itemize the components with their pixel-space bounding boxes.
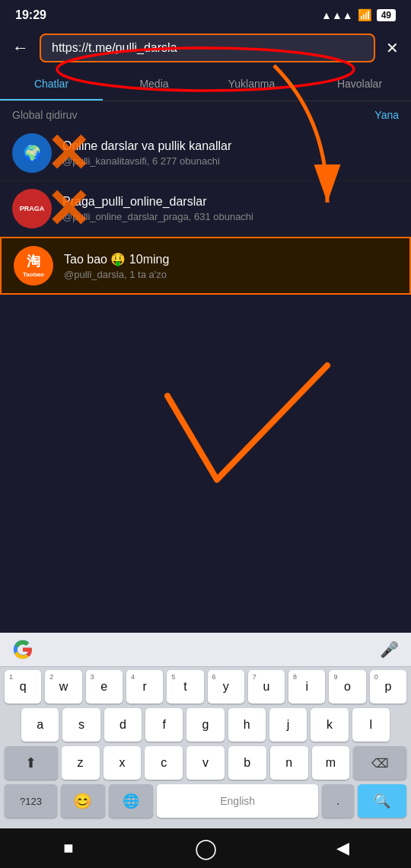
key-l[interactable]: l <box>352 708 390 742</box>
key-s[interactable]: s <box>62 708 100 742</box>
yana-button[interactable]: Yana <box>374 109 399 121</box>
result-name: Tao bao 🤑 10ming <box>64 252 397 266</box>
google-icon <box>12 639 33 660</box>
mic-icon[interactable]: 🎤 <box>380 640 399 659</box>
key-g[interactable]: g <box>186 708 224 742</box>
avatar: PRAGA <box>12 189 52 228</box>
spacebar-key[interactable]: English <box>157 784 318 818</box>
key-a[interactable]: a <box>21 708 59 742</box>
tabs-bar: Chatlar Media Yuklanma… Havolalar <box>0 69 411 101</box>
result-name: Online darslar va pullik kanallar <box>62 139 399 153</box>
period-key[interactable]: . <box>322 784 354 818</box>
avatar: 淘 Taobao <box>14 246 53 286</box>
nav-square[interactable]: ■ <box>52 831 85 865</box>
key-c[interactable]: c <box>145 746 183 780</box>
key-w[interactable]: 2w <box>45 670 81 704</box>
keyboard-toolbar: 🎤 <box>0 633 411 667</box>
symbols-key[interactable]: ?123 <box>5 784 57 818</box>
search-bar: ← https://t.me/pulli_darsla ✕ <box>0 27 411 69</box>
signal-icon: ▲▲▲ <box>321 9 353 21</box>
result-info: Online darslar va pullik kanallar @pulli… <box>62 139 399 167</box>
result-info: Praga_pulli_online_darslar @pulli_online… <box>62 195 399 222</box>
result-sub: @pulli_darsla, 1 ta a'zo <box>64 269 397 280</box>
key-x[interactable]: x <box>104 746 142 780</box>
key-r[interactable]: 4r <box>126 670 163 704</box>
empty-space <box>0 295 411 447</box>
close-button[interactable]: ✕ <box>383 36 402 60</box>
key-b[interactable]: b <box>228 746 266 780</box>
key-n[interactable]: n <box>270 746 308 780</box>
result-sub: @pulli_online_darslar_praga, 631 obunach… <box>62 211 399 222</box>
status-time: 19:29 <box>15 8 46 22</box>
emoji-key[interactable]: 😊 <box>61 784 105 818</box>
result-sub: @pulli_kanalitavsifi, 6 277 obunachi <box>62 155 399 167</box>
keyboard: 🎤 1q 2w 3e 4r 5t 6y 7u 8i 9o 0p a s d f … <box>0 633 411 828</box>
key-u[interactable]: 7u <box>248 670 285 704</box>
key-y[interactable]: 6y <box>208 670 244 704</box>
result-info: Tao bao 🤑 10ming @pulli_darsla, 1 ta a'z… <box>64 252 397 280</box>
nav-circle[interactable]: ◯ <box>189 831 222 865</box>
key-i[interactable]: 8i <box>288 670 325 704</box>
keyboard-rows: 1q 2w 3e 4r 5t 6y 7u 8i 9o 0p a s d f g … <box>0 667 411 828</box>
shift-key[interactable]: ⬆ <box>5 746 58 780</box>
search-url: https://t.me/pulli_darsla <box>52 41 177 54</box>
list-item[interactable]: PRAGA Praga_pulli_online_darslar @pulli_… <box>0 181 411 237</box>
key-o[interactable]: 9o <box>329 670 365 704</box>
key-row-1: 1q 2w 3e 4r 5t 6y 7u 8i 9o 0p <box>5 670 406 704</box>
back-button[interactable]: ← <box>9 35 32 61</box>
key-v[interactable]: v <box>186 746 225 780</box>
key-m[interactable]: m <box>312 746 350 780</box>
key-h[interactable]: h <box>228 708 266 742</box>
result-name: Praga_pulli_online_darslar <box>62 195 399 209</box>
list-item[interactable]: 淘 Taobao Tao bao 🤑 10ming @pulli_darsla,… <box>0 237 411 295</box>
results-list: 🌍 Online darslar va pullik kanallar @pul… <box>0 126 411 295</box>
tab-media[interactable]: Media <box>103 69 206 101</box>
status-bar: 19:29 ▲▲▲ 📶 49 <box>0 0 411 27</box>
avatar: 🌍 <box>12 133 52 173</box>
key-j[interactable]: j <box>269 708 307 742</box>
key-t[interactable]: 5t <box>167 670 203 704</box>
tab-yuklanma[interactable]: Yuklanma… <box>206 69 308 101</box>
key-z[interactable]: z <box>62 746 100 780</box>
nav-bar: ■ ◯ ◀ <box>0 828 411 868</box>
battery-icon: 49 <box>377 9 396 21</box>
key-d[interactable]: d <box>104 708 142 742</box>
status-icons: ▲▲▲ 📶 49 <box>321 8 396 22</box>
key-p[interactable]: 0p <box>370 670 406 704</box>
key-row-4: ?123 😊 🌐 English . 🔍 <box>5 784 406 818</box>
wifi-icon: 📶 <box>358 8 372 22</box>
tab-havolalar[interactable]: Havolalar <box>308 69 411 101</box>
global-label: Global qidiruv <box>12 109 78 121</box>
global-search-header: Global qidiruv Yana <box>0 101 411 126</box>
backspace-key[interactable]: ⌫ <box>353 746 406 780</box>
key-f[interactable]: f <box>145 708 183 742</box>
key-row-2: a s d f g h j k l <box>5 708 406 742</box>
tab-chatlar[interactable]: Chatlar <box>0 69 103 101</box>
search-key[interactable]: 🔍 <box>358 784 406 818</box>
search-input[interactable]: https://t.me/pulli_darsla <box>40 34 375 62</box>
globe-key[interactable]: 🌐 <box>109 784 153 818</box>
key-k[interactable]: k <box>311 708 348 742</box>
list-item[interactable]: 🌍 Online darslar va pullik kanallar @pul… <box>0 126 411 181</box>
nav-back[interactable]: ◀ <box>326 831 359 865</box>
key-q[interactable]: 1q <box>5 670 41 704</box>
key-row-3: ⬆ z x c v b n m ⌫ <box>5 746 406 780</box>
key-e[interactable]: 3e <box>86 670 123 704</box>
